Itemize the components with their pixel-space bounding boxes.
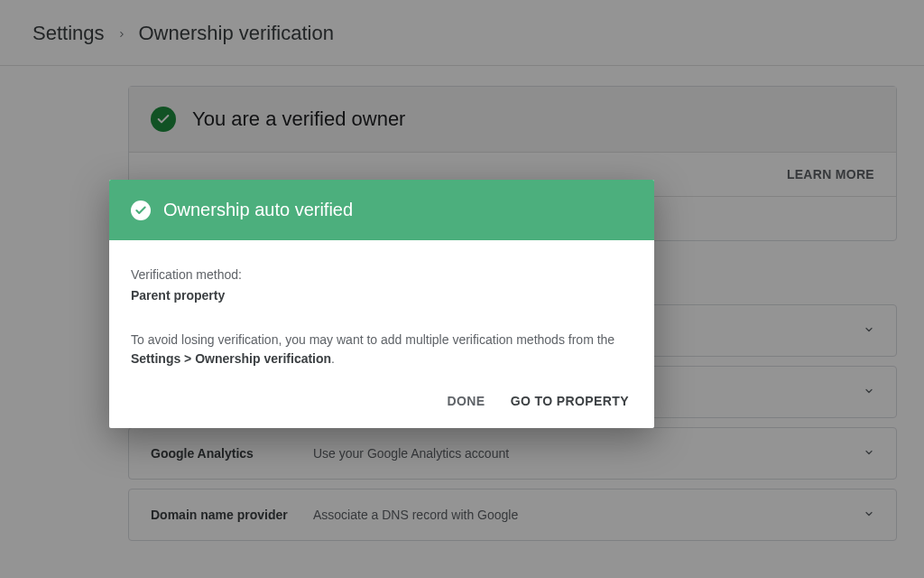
dialog-actions: Done Go to property (109, 379, 654, 428)
tip-suffix: . (331, 351, 335, 366)
verification-method-value: Parent property (131, 286, 633, 305)
dialog-tip: To avoid losing verification, you may wa… (131, 331, 633, 368)
tip-text: To avoid losing verification, you may wa… (131, 332, 614, 347)
done-button[interactable]: Done (448, 394, 485, 408)
verification-method-label: Verification method: (131, 266, 633, 284)
tip-path: Settings > Ownership verification (131, 351, 331, 366)
checkmark-circle-icon (131, 200, 151, 220)
dialog-body: Verification method: Parent property To … (109, 240, 654, 379)
go-to-property-button[interactable]: Go to property (511, 394, 629, 408)
dialog-title: Ownership auto verified (163, 200, 353, 220)
dialog-header: Ownership auto verified (109, 180, 654, 240)
ownership-verified-dialog: Ownership auto verified Verification met… (109, 180, 654, 428)
